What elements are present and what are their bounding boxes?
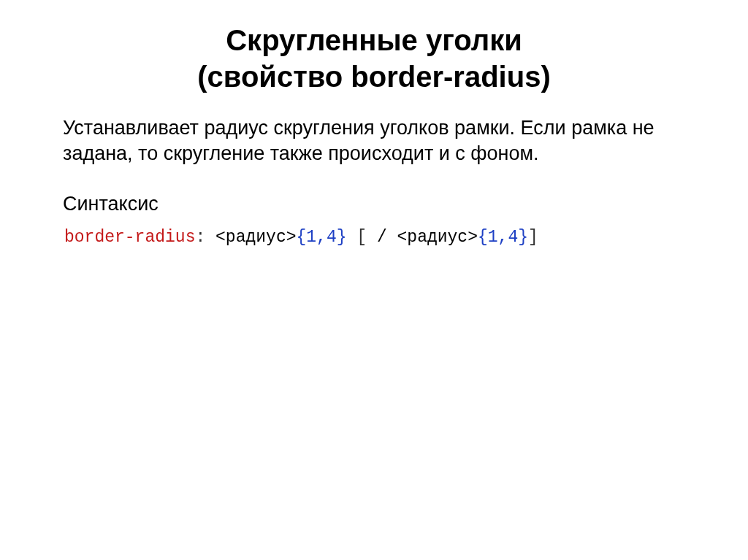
code-bracket-open: [ <box>356 228 367 247</box>
slide-container: Скругленные уголки (свойство border-radi… <box>0 0 748 271</box>
syntax-heading: Синтаксис <box>63 191 685 217</box>
code-space <box>205 228 215 247</box>
title-line-1: Скругленные уголки <box>226 24 522 56</box>
code-range-2: {1,4} <box>478 228 528 247</box>
syntax-code: border-radius: <радиус>{1,4} [ / <радиус… <box>64 226 685 249</box>
code-value-radius-1: <радиус> <box>215 228 296 247</box>
code-separator: / <box>367 228 397 247</box>
title-line-2: (свойство border-radius) <box>197 61 550 93</box>
description-paragraph: Устанавливает радиус скругления уголков … <box>63 115 685 166</box>
slide-title: Скругленные уголки (свойство border-radi… <box>63 22 685 95</box>
code-value-radius-2: <радиус> <box>397 228 478 247</box>
code-property-name: border-radius <box>64 228 195 247</box>
code-range-1: {1,4} <box>296 228 346 247</box>
code-bracket-close: ] <box>528 228 538 247</box>
code-space-2 <box>347 228 357 247</box>
code-colon: : <box>195 228 205 247</box>
